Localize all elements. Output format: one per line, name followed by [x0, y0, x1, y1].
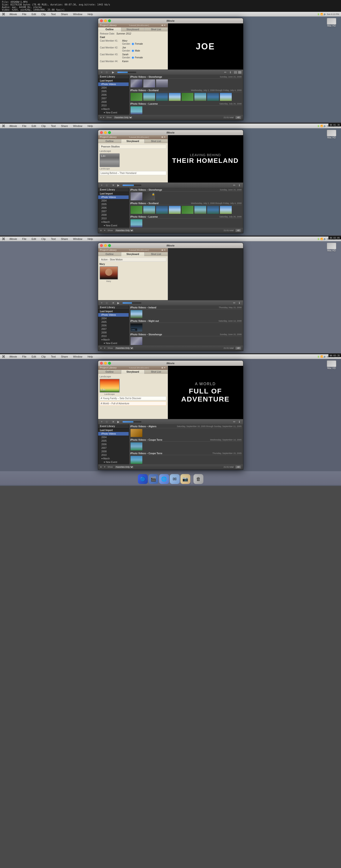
scot-t4-2[interactable] [169, 206, 181, 214]
add-icon-4[interactable]: ＋ [100, 420, 104, 424]
sunset-thumb-4[interactable]: 5.8s [100, 379, 120, 393]
year-2008-item-2[interactable]: 2008 [98, 213, 129, 217]
add-icon-1[interactable]: ＋ [100, 70, 104, 74]
menu-clip-4[interactable]: Clip [40, 355, 47, 359]
action-field-4b[interactable]: A World – Full of Adventure [100, 402, 166, 405]
scot-t8-2[interactable] [220, 206, 232, 214]
y2006-3[interactable]: 2006 [98, 324, 129, 327]
menu-edit-4[interactable]: Edit [31, 355, 37, 359]
scotland-thumb-1[interactable] [130, 93, 143, 101]
favorites-select-1[interactable]: Favorites Only All [114, 116, 133, 119]
dock-iphoto-icon[interactable]: 📷 [180, 474, 190, 484]
tab-storyboard-3[interactable]: Storyboard [121, 252, 144, 256]
tab-shotlist-3[interactable]: Shot List [144, 252, 167, 256]
scot-t5-2[interactable] [181, 206, 194, 214]
scotland-thumb-5[interactable] [181, 93, 194, 101]
favorites-select-2[interactable]: Favorites Only [115, 229, 134, 232]
last-import-3[interactable]: Last Import [98, 310, 129, 313]
bottom-icon-2b[interactable]: ✦ [104, 229, 106, 231]
bottom-icon-2[interactable]: ✦ [103, 116, 105, 119]
last-import-item-2[interactable]: Last Import [98, 192, 129, 195]
menu-help[interactable]: Help [87, 12, 94, 16]
all-btn-1[interactable]: All [235, 116, 241, 119]
last-import-4[interactable]: Last Import [98, 429, 129, 432]
info-icon-4[interactable]: ℹ [237, 420, 242, 424]
scot-t2-2[interactable] [143, 206, 155, 214]
bottom-icon-4b[interactable]: ✦ [104, 466, 106, 468]
menu-window-3[interactable]: Window [72, 237, 83, 241]
y2008-3[interactable]: 2008 [98, 331, 129, 334]
menu-share-2[interactable]: Share [60, 124, 69, 128]
grid-view-btn-1[interactable] [234, 71, 237, 74]
edit-icon-3[interactable]: ✏ [232, 301, 236, 305]
tab-outline-1[interactable]: Outline [98, 27, 121, 31]
tab-shotlist-1[interactable]: Shot List [144, 27, 167, 31]
menu-imovie-4[interactable]: iMovie [8, 355, 18, 359]
menu-text-2[interactable]: Text [50, 124, 57, 128]
y2005-3[interactable]: 2005 [98, 320, 129, 324]
apple-menu-4[interactable]: ⌘ [2, 355, 5, 359]
info-icon-3[interactable]: ℹ [237, 301, 242, 305]
menu-file-4[interactable]: File [21, 355, 27, 359]
y2008-4[interactable]: 2008 [98, 450, 129, 453]
scotland-thumb-7[interactable] [207, 93, 219, 101]
y2007-3[interactable]: 2007 [98, 327, 129, 331]
menu-share-4[interactable]: Share [60, 355, 69, 359]
lucerne-t1-2[interactable] [130, 219, 143, 227]
info-icon-1[interactable]: ℹ [228, 71, 233, 74]
dock-imovie-icon[interactable]: 🎬 [148, 474, 159, 484]
edit-icon-4[interactable]: ✏ [232, 420, 236, 424]
march-3[interactable]: ▾ March [98, 338, 129, 341]
cast3-gender-radio[interactable] [132, 57, 134, 59]
min-btn-2[interactable] [104, 131, 107, 134]
star-icon-4[interactable]: ☆ [105, 420, 109, 424]
x-icon-4[interactable]: ✕ [111, 420, 115, 424]
algiers-thumb-1[interactable] [130, 429, 143, 437]
max-btn-2[interactable] [108, 131, 111, 134]
bottom-icon-1[interactable]: ⊕ [100, 116, 102, 119]
mac-hd-icon-2[interactable]: Mac HD [327, 130, 336, 139]
menu-clip-2[interactable]: Clip [40, 124, 47, 128]
scot-t3-2[interactable] [156, 206, 168, 214]
scotland-thumb-2[interactable] [143, 93, 155, 101]
y2010-4[interactable]: 2010 [98, 453, 129, 457]
action-field-2[interactable]: Leaving Behind – Their Homeland [100, 171, 166, 175]
menu-text[interactable]: Text [50, 12, 57, 16]
cast2-gender-radio[interactable] [132, 50, 134, 52]
year-2007-item-2[interactable]: 2007 [98, 210, 129, 213]
star-icon-1[interactable]: ☆ [105, 71, 109, 74]
menu-window-4[interactable]: Window [72, 355, 83, 359]
menu-text-3[interactable]: Text [50, 237, 57, 241]
tab-outline-3[interactable]: Outline [98, 252, 121, 256]
stonehenge-t2-2[interactable]: 🔒 [143, 192, 155, 200]
star-icon-3[interactable]: ☆ [105, 301, 109, 305]
bottom-icon-4a[interactable]: ⊕ [100, 466, 102, 468]
favorites-select-4[interactable]: Favorites Only [115, 465, 134, 469]
march-item-2[interactable]: ▾ March [98, 220, 129, 224]
close-btn-4[interactable] [100, 362, 103, 365]
year-2010-item-2[interactable]: 2010 [98, 217, 129, 220]
bottom-icon-2a[interactable]: ⊕ [100, 229, 102, 231]
last-import-item[interactable]: Last Import [98, 79, 129, 83]
panel-controls-3[interactable]: ⊕ ✕ [161, 249, 166, 251]
apple-menu-2[interactable]: ⌘ [2, 124, 5, 128]
add-icon-3[interactable]: ＋ [100, 301, 104, 305]
all-btn-3[interactable]: All [235, 346, 241, 350]
menu-imovie[interactable]: iMovie [8, 12, 18, 16]
menu-share-3[interactable]: Share [60, 237, 69, 241]
y2004-4[interactable]: 2004 [98, 436, 129, 439]
landscape-thumb-2[interactable]: 1.4× [100, 153, 120, 167]
menu-imovie-3[interactable]: iMovie [8, 237, 18, 241]
menu-clip[interactable]: Clip [40, 12, 47, 16]
ireland-thumb-1[interactable] [130, 310, 143, 318]
tab-storyboard-2[interactable]: Storyboard [121, 139, 144, 143]
menu-share[interactable]: Share [60, 12, 69, 16]
year-2010-item[interactable]: 2010 [98, 104, 129, 107]
menu-edit-3[interactable]: Edit [31, 237, 37, 241]
stonehenge-thumb-3[interactable] [156, 79, 168, 88]
stonehenge-thumb-1[interactable] [130, 79, 143, 88]
menu-window[interactable]: Window [72, 12, 83, 16]
menu-clip-3[interactable]: Clip [40, 237, 47, 241]
add-icon-2[interactable]: ＋ [100, 183, 104, 187]
lucerne-thumb-1[interactable] [130, 106, 143, 115]
